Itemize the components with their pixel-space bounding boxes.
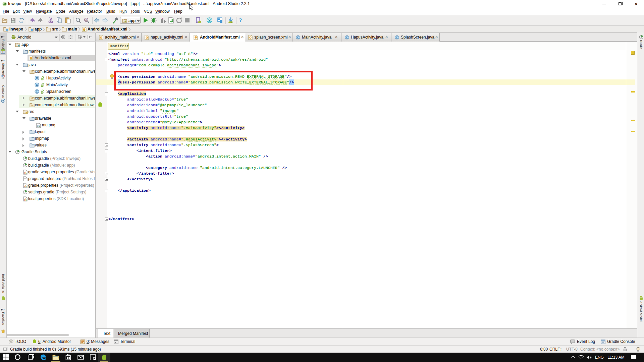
svg-text:C: C [346, 36, 348, 39]
svg-text:C: C [36, 89, 38, 93]
svg-text:C: C [396, 36, 398, 39]
svg-text:A: A [85, 18, 87, 21]
svg-text:C: C [36, 76, 38, 80]
svg-text:C: C [36, 83, 38, 86]
svg-text:C: C [297, 36, 299, 39]
